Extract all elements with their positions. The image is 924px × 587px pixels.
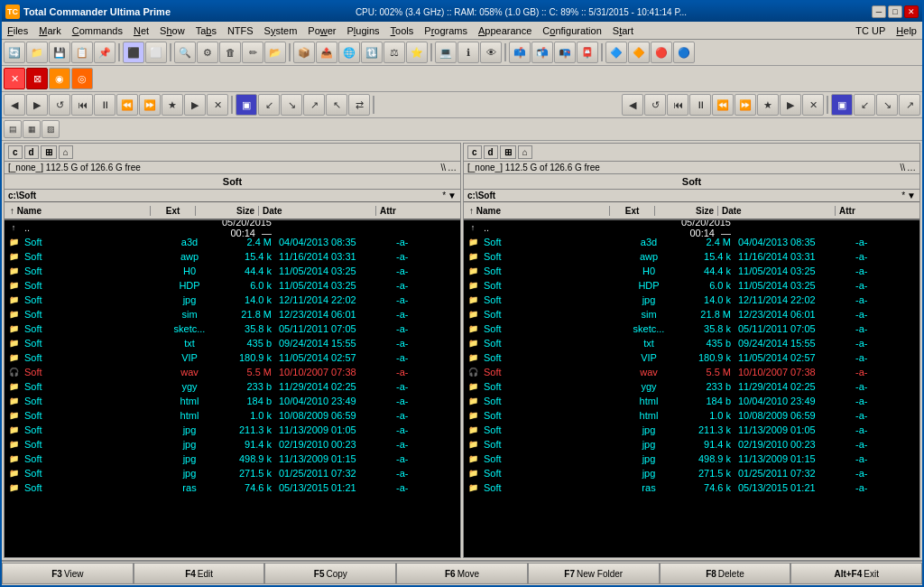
nav-r3[interactable]: ⏮	[667, 94, 688, 116]
left-path-backslash[interactable]: \\	[440, 163, 446, 172]
list-item[interactable]: 📁 Soft H0 44.4 k 11/05/2014 03:25 -a-	[464, 264, 919, 278]
right-col-ext[interactable]: Ext	[610, 206, 655, 216]
list-item[interactable]: 📁 Soft jpg 91.4 k 02/19/2010 00:23 -a-	[464, 437, 919, 452]
nav-forward[interactable]: ▶	[26, 94, 48, 116]
list-item[interactable]: 📁 Soft HDP 6.0 k 11/05/2014 03:25 -a-	[5, 278, 460, 293]
nav-refresh[interactable]: ↺	[49, 94, 70, 116]
list-item[interactable]: 📁 Soft html 184 b 10/04/2010 23:49 -a-	[5, 394, 460, 408]
nav-rsel1[interactable]: ▣	[831, 94, 853, 116]
tb-bookmark[interactable]: ⭐	[406, 42, 428, 63]
nav-small2[interactable]: ▦	[23, 120, 41, 138]
nav-star[interactable]: ★	[162, 94, 183, 116]
list-item[interactable]: 📁 Soft jpg 211.3 k 11/13/2009 01:05 -a-	[464, 423, 919, 437]
nav-play[interactable]: ▶	[184, 94, 206, 116]
tb-find[interactable]: 🔍	[174, 42, 196, 63]
list-item[interactable]: ↑ .. 05/20/2015 00:14 —	[464, 220, 919, 235]
minimize-button[interactable]: ─	[872, 5, 886, 18]
list-item[interactable]: 📁 Soft jpg 271.5 k 01/25/2011 07:32 -a-	[5, 466, 460, 480]
list-item[interactable]: 📁 Soft ygy 233 b 11/29/2014 02:25 -a-	[5, 379, 460, 394]
tb-new[interactable]: 🔄	[4, 42, 25, 63]
nav-sel1[interactable]: ▣	[236, 94, 257, 116]
right-path-backslash[interactable]: \\	[900, 163, 905, 172]
tb-unzip[interactable]: 📤	[316, 42, 337, 63]
menu-net[interactable]: Net	[128, 23, 154, 38]
list-item[interactable]: 📁 Soft jpg 211.3 k 11/13/2009 01:05 -a-	[5, 423, 460, 437]
fn-btn-f5[interactable]: F5 Copy	[264, 563, 396, 584]
fn-btn-f6[interactable]: F6 Move	[396, 563, 528, 584]
left-down-btn[interactable]: ▼	[448, 191, 457, 200]
list-item[interactable]: 📁 Soft H0 44.4 k 11/05/2014 03:25 -a-	[5, 264, 460, 278]
list-item[interactable]: 📁 Soft txt 435 b 09/24/2014 15:55 -a-	[464, 336, 919, 350]
menu-configuration[interactable]: Configuration	[537, 23, 606, 38]
left-col-size[interactable]: Size	[196, 206, 259, 216]
nav-small1[interactable]: ▤	[4, 120, 22, 138]
menu-start[interactable]: Start	[607, 23, 639, 38]
tb-paste[interactable]: 📌	[94, 42, 116, 63]
tb-box4[interactable]: 📮	[577, 42, 598, 63]
tb-orange1[interactable]: ◉	[49, 68, 70, 89]
list-item[interactable]: 📁 Soft jpg 498.9 k 11/13/2009 01:15 -a-	[5, 452, 460, 466]
tb-red2[interactable]: ⊠	[26, 68, 48, 89]
left-file-list[interactable]: ↑ .. 05/20/2015 00:14 — 📁 Soft a3d 2.4 M…	[5, 220, 460, 557]
tb-extra2[interactable]: 🔶	[628, 42, 650, 63]
menu-files[interactable]: Files	[2, 23, 33, 38]
nav-stop[interactable]: ⏸	[94, 94, 116, 116]
list-item[interactable]: 📁 Soft jpg 91.4 k 02/19/2010 00:23 -a-	[5, 437, 460, 452]
menu-tabs[interactable]: Tabs	[190, 23, 222, 38]
tb-copy[interactable]: 📋	[71, 42, 93, 63]
menu-appearance[interactable]: Appearance	[473, 23, 537, 38]
nav-r1[interactable]: ◀	[622, 94, 643, 116]
list-item[interactable]: 📁 Soft VIP 180.9 k 11/05/2014 02:57 -a-	[5, 350, 460, 365]
nav-p3[interactable]: ↗	[303, 94, 325, 116]
nav-r2[interactable]: ↺	[644, 94, 666, 116]
fn-btn-f3[interactable]: F3 View	[2, 563, 134, 584]
list-item[interactable]: 📁 Soft jpg 14.0 k 12/11/2014 22:02 -a-	[464, 293, 919, 307]
list-item[interactable]: 📁 Soft a3d 2.4 M 04/04/2013 08:35 -a-	[464, 235, 919, 249]
right-path-btn[interactable]: ⌂	[518, 145, 532, 159]
right-path-ellipsis[interactable]: …	[907, 163, 916, 172]
maximize-button[interactable]: □	[888, 5, 902, 18]
left-drive-c[interactable]: c	[8, 145, 23, 159]
list-item[interactable]: 📁 Soft sketc... 35.8 k 05/11/2011 07:05 …	[5, 321, 460, 336]
nav-p4[interactable]: ↖	[326, 94, 347, 116]
list-item[interactable]: 📁 Soft ras 74.6 k 05/13/2015 01:21 -a-	[464, 480, 919, 495]
left-drive-d[interactable]: d	[24, 145, 39, 159]
right-file-list[interactable]: ↑ .. 05/20/2015 00:14 — 📁 Soft a3d 2.4 M…	[464, 220, 919, 557]
list-item[interactable]: 📁 Soft html 1.0 k 10/08/2009 06:59 -a-	[5, 408, 460, 423]
menu-plugins[interactable]: Plugins	[342, 23, 385, 38]
nav-r9[interactable]: ✕	[802, 94, 824, 116]
menu-system[interactable]: System	[259, 23, 303, 38]
tb-box3[interactable]: 📭	[554, 42, 576, 63]
nav-back[interactable]: ◀	[4, 94, 25, 116]
fn-btn-f7[interactable]: F7 New Folder	[528, 563, 660, 584]
menu-show[interactable]: Show	[154, 23, 190, 38]
tb-box1[interactable]: 📫	[509, 42, 531, 63]
right-col-date[interactable]: Date	[718, 206, 836, 216]
list-item[interactable]: 📁 Soft sketc... 35.8 k 05/11/2011 07:05 …	[464, 321, 919, 336]
tb-extra1[interactable]: 🔷	[605, 42, 627, 63]
left-col-attr[interactable]: Attr	[376, 206, 458, 216]
nav-r7[interactable]: ★	[757, 94, 779, 116]
tb-cmd[interactable]: 💻	[435, 42, 457, 63]
nav-cross[interactable]: ✕	[207, 94, 228, 116]
list-item[interactable]: 📁 Soft awp 15.4 k 11/16/2014 03:31 -a-	[5, 249, 460, 264]
tb-box2[interactable]: 📬	[531, 42, 553, 63]
tb-extra4[interactable]: 🔵	[673, 42, 695, 63]
nav-p2[interactable]: ↘	[281, 94, 302, 116]
list-item[interactable]: 📁 Soft ras 74.6 k 05/13/2015 01:21 -a-	[5, 480, 460, 495]
nav-rp1[interactable]: ↙	[854, 94, 875, 116]
nav-rp3[interactable]: ↗	[899, 94, 920, 116]
left-col-name[interactable]: ↑ Name	[6, 206, 151, 216]
nav-home[interactable]: ⏮	[71, 94, 93, 116]
tb-open[interactable]: 📁	[26, 42, 48, 63]
fn-btn-f4[interactable]: F4 Edit	[134, 563, 265, 584]
list-item[interactable]: 🎧 Soft wav 5.5 M 10/10/2007 07:38 -a-	[464, 365, 919, 379]
menu-help[interactable]: Help	[891, 23, 922, 38]
right-drive-d[interactable]: d	[484, 145, 498, 159]
fn-btn-alt-f4[interactable]: Alt+F4 Exit	[790, 563, 922, 584]
menu-ntfs[interactable]: NTFS	[222, 23, 259, 38]
tb-preview[interactable]: 👁	[480, 42, 502, 63]
nav-r8[interactable]: ▶	[780, 94, 801, 116]
tb-orange2[interactable]: ◎	[71, 68, 93, 89]
list-item[interactable]: 📁 Soft jpg 271.5 k 01/25/2011 07:32 -a-	[464, 466, 919, 480]
